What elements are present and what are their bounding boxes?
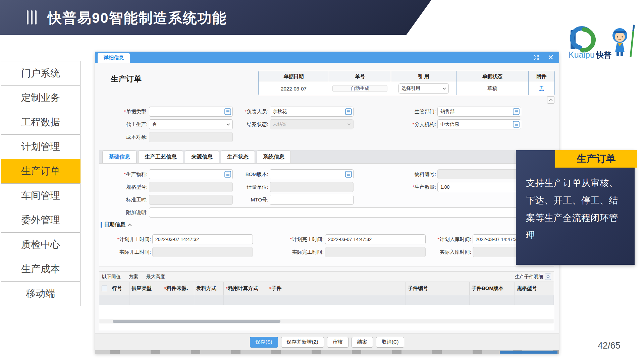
field-material: *生产物料: <box>101 169 233 179</box>
sidebar-item-outsourcing-management[interactable]: 委外管理 <box>1 208 80 233</box>
lookup-icon[interactable] <box>513 108 520 115</box>
chevron-down-icon <box>347 123 351 126</box>
scrollbar-thumb[interactable] <box>113 320 280 323</box>
field-note: 附加说明: <box>101 207 551 218</box>
header-collapse-button[interactable] <box>547 96 554 104</box>
sidebar-item-plan-management[interactable]: 计划管理 <box>1 134 80 159</box>
save-button[interactable]: 保存(S) <box>250 337 278 348</box>
sidebar-item-quality-center[interactable]: 质检中心 <box>1 232 80 257</box>
grid-link-plan[interactable]: 方案 <box>129 274 138 280</box>
attachment-link[interactable]: 无 <box>539 85 544 92</box>
maximize-icon <box>533 55 539 60</box>
field-qty: *生产数量: <box>387 182 521 192</box>
doc-col-reference: 引 用 <box>391 71 457 82</box>
sidebar-item-production-cost[interactable]: 生产成本 <box>1 257 80 282</box>
doc-status-value: 草稿 <box>457 82 529 95</box>
doc-col-status: 单据状态 <box>457 71 529 82</box>
page-number: 42/65 <box>598 341 621 351</box>
mto-no-label: MTO号: <box>251 197 268 203</box>
bom-version-input[interactable] <box>270 169 354 179</box>
sidebar-item-custom-business[interactable]: 定制业务 <box>1 85 80 110</box>
section-collapse-icon[interactable] <box>127 224 132 226</box>
actual-inbound-label: 实际入库时间: <box>440 249 471 255</box>
grid-collapse-button[interactable] <box>545 274 551 280</box>
doc-date-value: 2022-03-07 <box>259 82 329 95</box>
callout-title: 生产订单 <box>555 150 637 168</box>
save-and-new-button[interactable]: 保存并新增(Z) <box>281 337 324 348</box>
doc-col-date: 单据日期 <box>259 71 329 82</box>
footer-bar: 保存(S) 保存并新增(Z) 审核 结案 取消(C) <box>95 334 559 350</box>
plan-finish-input[interactable] <box>325 234 426 244</box>
select-all-checkbox[interactable] <box>102 286 107 291</box>
sidebar-item-mobile[interactable]: 移动端 <box>1 281 80 306</box>
lookup-icon[interactable] <box>345 108 352 115</box>
empty-grid-row <box>99 295 554 305</box>
tab-process-info[interactable]: 生产工艺信息 <box>138 150 183 163</box>
actual-finish-input <box>325 247 426 257</box>
sidebar-item-workshop-management[interactable]: 车间管理 <box>1 183 80 208</box>
tab-production-status[interactable]: 生产状态 <box>221 150 255 163</box>
field-close-status: 结案状态: 未结案 <box>218 119 354 129</box>
field-spec: 规格型号: <box>101 182 233 192</box>
reference-select-value: 选择引用 <box>401 85 420 92</box>
dept-input[interactable] <box>437 107 521 117</box>
close-icon <box>548 55 553 60</box>
date-section-title: 日期信息 <box>104 221 125 228</box>
actual-start-input <box>152 247 253 257</box>
reference-select[interactable]: 选择引用 <box>398 83 449 94</box>
tab-source-info[interactable]: 来源信息 <box>185 150 219 163</box>
col-consumption-calc: *耗用计算方式 <box>224 282 267 295</box>
review-button[interactable]: 审核 <box>327 337 348 348</box>
required-marker: * <box>412 184 414 190</box>
sidebar-item-production-order[interactable]: 生产订单 <box>1 159 80 184</box>
form-title: 生产订单 <box>111 74 142 84</box>
kuaipu-logo: Kuaipu 快普 <box>568 23 640 61</box>
note-input[interactable] <box>149 207 551 218</box>
slide-title: 快普易90智能制造系统功能 <box>48 9 227 27</box>
required-marker: * <box>245 109 246 114</box>
field-actual-finish: 实际完工时间: <box>272 247 426 257</box>
plan-start-input[interactable] <box>152 234 253 244</box>
close-status-label: 结案状态: <box>247 121 268 128</box>
lookup-icon[interactable] <box>345 171 352 178</box>
maximize-button[interactable] <box>533 54 539 61</box>
tab-basic-info[interactable]: 基础信息 <box>102 150 137 163</box>
title-bars-icon <box>27 10 37 24</box>
note-label: 附加说明: <box>126 209 148 216</box>
col-material-source: *料件来源. <box>162 282 194 295</box>
doc-header-table: 单据日期 单号 引 用 单据状态 附件 2022-03-07 自动生成 选择引用… <box>258 71 555 95</box>
mto-no-input[interactable] <box>270 195 354 205</box>
grid-link-same-value[interactable]: 以下同值 <box>102 274 121 280</box>
subitem-grid: 以下同值 方案 最大高度 生产子件明细 行号 供应类型 *料件来源. 发料方式 … <box>99 272 554 330</box>
field-dept: 生管部门: <box>387 107 521 117</box>
grid-hscrollbar[interactable] <box>99 319 554 323</box>
lookup-icon[interactable] <box>513 121 520 128</box>
required-marker: * <box>164 286 166 291</box>
close-button[interactable] <box>547 54 554 61</box>
manager-input[interactable] <box>270 107 354 117</box>
cost-object-label: 成本对象: <box>126 134 148 140</box>
grid-link-max-height[interactable]: 最大高度 <box>146 274 165 280</box>
std-hours-label: 标准工时: <box>126 197 148 203</box>
sidebar-item-engineering-data[interactable]: 工程数据 <box>1 110 80 135</box>
branch-input[interactable] <box>437 119 521 129</box>
section-marker <box>101 222 102 228</box>
tab-system-info[interactable]: 系统信息 <box>257 150 291 163</box>
background-window-sliver <box>95 350 559 354</box>
logo-text-cn: 快普 <box>595 51 611 59</box>
field-plan-start: *计划开工时间: <box>101 234 253 244</box>
qty-input[interactable] <box>437 182 521 192</box>
window-tab-detail[interactable]: 详细信息 <box>98 53 130 63</box>
required-marker: * <box>437 237 439 242</box>
cancel-button[interactable]: 取消(C) <box>376 337 405 348</box>
close-case-button[interactable]: 结案 <box>352 337 373 348</box>
sidebar-item-portal[interactable]: 门户系统 <box>1 61 80 86</box>
field-branch: *分支机构: <box>387 119 521 129</box>
chevron-up-icon <box>549 99 553 101</box>
required-marker: * <box>117 237 119 242</box>
col-issue-method: 发料方式 <box>194 282 224 295</box>
close-status-select: 未结案 <box>270 119 354 129</box>
spec-label: 规格型号: <box>126 184 148 190</box>
required-marker: * <box>290 237 291 242</box>
actual-start-label: 实际开工时间: <box>119 249 151 255</box>
